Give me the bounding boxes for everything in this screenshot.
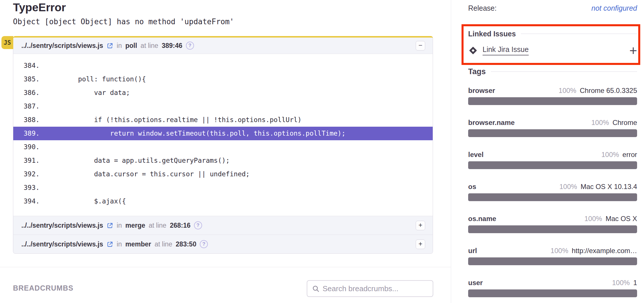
frame-atline-label: at line — [155, 240, 172, 248]
tag-value: Mac OS X — [606, 215, 637, 223]
tag-row: level 100%error — [468, 151, 637, 169]
frame-path: ../../sentry/scripts/views.js — [21, 240, 103, 248]
line-code: data = app.utils.getQueryParams(); — [46, 157, 230, 164]
tag-percent: 100% — [551, 247, 568, 255]
expand-frame-button[interactable]: + — [416, 240, 425, 249]
tag-row: browser.name 100%Chrome — [468, 119, 637, 137]
frame-function: poll — [125, 42, 137, 50]
tag-row: os.name 100%Mac OS X — [468, 215, 637, 233]
jira-icon — [468, 46, 478, 55]
expand-frame-button[interactable]: + — [416, 221, 425, 230]
tag-row: os 100%Mac OS X 10.13.4 — [468, 183, 637, 201]
tag-distribution-bar[interactable] — [468, 289, 637, 297]
help-icon[interactable]: ? — [186, 42, 194, 50]
frame-in-label: in — [117, 222, 122, 229]
line-number: 390. — [24, 140, 46, 154]
search-icon — [312, 285, 320, 293]
sidebar-divider — [451, 0, 451, 303]
tag-value: Mac OS X 10.13.4 — [581, 183, 637, 191]
tag-percent: 100% — [601, 151, 619, 159]
tag-row: browser 100%Chrome 65.0.3325 — [468, 87, 637, 105]
platform-badge: JS — [1, 36, 13, 49]
code-line-highlighted: 389. return window.setTimeout(this.poll,… — [13, 127, 433, 140]
line-number: 385. — [24, 72, 46, 86]
line-code: return window.setTimeout(this.poll, this… — [46, 130, 346, 137]
tag-value: error — [622, 151, 637, 159]
code-line: 386. var data; — [13, 86, 433, 100]
breadcrumbs-search[interactable] — [307, 280, 433, 297]
help-icon[interactable]: ? — [194, 221, 202, 229]
collapse-frame-button[interactable]: − — [416, 41, 425, 50]
tag-key-link[interactable]: os.name — [468, 215, 496, 223]
frame-atline-label: at line — [141, 42, 158, 50]
release-label: Release: — [468, 4, 497, 12]
code-line: 384. — [13, 59, 433, 72]
tag-percent: 100% — [560, 183, 577, 191]
stack-frame-header[interactable]: ../../sentry/scripts/views.js in merge a… — [13, 216, 433, 235]
tag-key-link[interactable]: browser — [468, 87, 495, 95]
line-number: 388. — [24, 113, 46, 127]
stack-frame-header[interactable]: ../../sentry/scripts/views.js in poll at… — [13, 38, 433, 54]
line-number: 384. — [24, 59, 46, 72]
code-line: 394. $.ajax({ — [13, 194, 433, 208]
code-line: 387. — [13, 100, 433, 113]
code-line: 390. — [13, 140, 433, 154]
breadcrumbs-title: BREADCRUMBS — [13, 284, 74, 292]
line-code: $.ajax({ — [46, 197, 126, 205]
external-link-icon[interactable] — [107, 42, 113, 49]
tag-distribution-bar[interactable] — [468, 161, 637, 169]
line-code: data.cursor = this.cursor || undefined; — [46, 170, 250, 178]
tag-distribution-bar[interactable] — [468, 193, 637, 201]
line-number: 391. — [24, 154, 46, 167]
tag-distribution-bar[interactable] — [468, 97, 637, 105]
code-line: 392. data.cursor = this.cursor || undefi… — [13, 167, 433, 181]
frame-path: ../../sentry/scripts/views.js — [21, 42, 103, 50]
line-number: 387. — [24, 100, 46, 113]
line-code: var data; — [46, 89, 130, 96]
code-context: 384. 385. poll: function(){ 386. var dat… — [13, 54, 433, 216]
frame-path: ../../sentry/scripts/views.js — [21, 222, 103, 229]
line-number: 389. — [24, 127, 46, 140]
linked-issues-heading: Linked Issues — [468, 29, 637, 38]
frame-in-label: in — [117, 42, 122, 50]
help-icon[interactable]: ? — [200, 240, 208, 248]
tag-key-link[interactable]: level — [468, 151, 483, 159]
code-line: 393. — [13, 181, 433, 194]
tag-percent: 100% — [612, 279, 630, 287]
tag-key-link[interactable]: url — [468, 247, 477, 255]
code-line: 391. data = app.utils.getQueryParams(); — [13, 154, 433, 167]
tag-distribution-bar[interactable] — [468, 257, 637, 265]
issue-detail-page: TypeError Object [object Object] has no … — [0, 0, 644, 303]
frame-in-label: in — [117, 240, 122, 248]
release-not-configured-link[interactable]: not configured — [592, 4, 637, 12]
breadcrumbs-search-input[interactable] — [323, 284, 429, 293]
heading-rule — [521, 33, 637, 34]
frame-function: merge — [125, 222, 145, 229]
stacktrace-card: JS ../../sentry/scripts/views.js in poll… — [13, 36, 433, 254]
external-link-icon[interactable] — [107, 222, 113, 229]
link-jira-issue-link[interactable]: Link Jira Issue — [483, 45, 529, 55]
line-number: 394. — [24, 194, 46, 208]
tag-distribution-bar[interactable] — [468, 225, 637, 233]
stack-frame-header[interactable]: ../../sentry/scripts/views.js in member … — [13, 235, 433, 253]
heading-rule — [491, 71, 637, 72]
external-link-icon[interactable] — [107, 241, 113, 248]
tag-key-link[interactable]: user — [468, 279, 483, 287]
tag-row: user 100%1 — [468, 279, 637, 297]
tag-key-link[interactable]: browser.name — [468, 119, 515, 127]
frame-lineno: 389:46 — [162, 42, 182, 50]
tags-title: Tags — [468, 67, 486, 76]
line-number: 392. — [24, 167, 46, 181]
tag-distribution-bar[interactable] — [468, 129, 637, 137]
frame-function: member — [125, 240, 151, 248]
tag-percent: 100% — [591, 119, 609, 127]
tags-heading: Tags — [468, 67, 637, 76]
line-number: 393. — [24, 181, 46, 194]
code-line: 388. if (!this.options.realtime || !this… — [13, 113, 433, 127]
link-jira-issue-row: Link Jira Issue + — [468, 45, 637, 55]
add-linked-issue-button[interactable]: + — [629, 46, 637, 55]
error-message: Object [object Object] has no method 'up… — [13, 17, 234, 26]
tag-key-link[interactable]: os — [468, 183, 476, 191]
frame-atline-label: at line — [149, 222, 166, 229]
linked-issues-section: Linked Issues Link Jira Issue + — [468, 29, 637, 55]
